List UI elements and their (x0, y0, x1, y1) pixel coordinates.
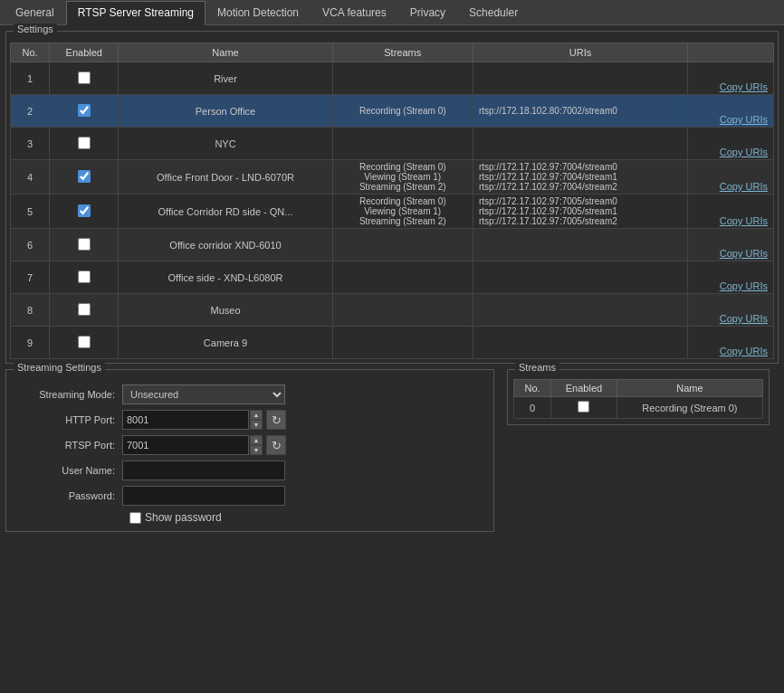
row-no: 9 (11, 327, 50, 359)
row-enabled-checkbox[interactable] (78, 238, 91, 251)
row-uris (473, 294, 687, 327)
streams-header-row: No. Enabled Name (514, 380, 763, 397)
table-row: 5Office Corridor RD side - QN...Recordin… (11, 195, 774, 229)
table-row: 4Office Front Door - LND-6070RRecording … (11, 160, 774, 195)
streams-row-enabled (551, 397, 617, 419)
show-password-checkbox[interactable] (129, 512, 141, 524)
row-copy-action: Copy URIs (688, 327, 774, 359)
tab-rtsp[interactable]: RTSP Server Streaming (66, 1, 206, 25)
col-streams: Streams (332, 43, 473, 62)
tab-scheduler[interactable]: Scheduler (457, 0, 530, 24)
row-enabled-checkbox[interactable] (78, 303, 91, 316)
tab-motion-detection[interactable]: Motion Detection (206, 0, 311, 24)
main-table: No. Enabled Name Streams URIs 1RiverCopy… (10, 43, 774, 359)
http-port-down-btn[interactable]: ▼ (250, 420, 263, 430)
row-copy-action: Copy URIs (688, 229, 774, 261)
streaming-mode-label: Streaming Mode: (14, 389, 122, 400)
password-input[interactable] (122, 486, 285, 506)
row-enabled (50, 128, 119, 160)
row-no: 4 (11, 160, 50, 195)
row-enabled (50, 261, 119, 294)
settings-group-label: Settings (14, 24, 57, 34)
copy-uri-button[interactable]: Copy URIs (720, 81, 768, 92)
tab-privacy[interactable]: Privacy (398, 0, 457, 24)
copy-uri-button[interactable]: Copy URIs (720, 114, 768, 125)
user-name-row: User Name: (14, 460, 486, 480)
copy-uri-button[interactable]: Copy URIs (720, 248, 768, 259)
row-uris (473, 62, 687, 95)
copy-uri-button[interactable]: Copy URIs (720, 313, 768, 324)
rtsp-port-up-btn[interactable]: ▲ (250, 435, 263, 445)
streaming-mode-select[interactable]: Unsecured Secured (122, 384, 285, 404)
http-port-refresh-btn[interactable]: ↻ (266, 410, 286, 430)
row-enabled (50, 160, 119, 195)
row-streams (332, 229, 473, 261)
row-streams: Recording (Stream 0)Viewing (Stream 1)St… (332, 160, 473, 195)
row-copy-action: Copy URIs (688, 95, 774, 128)
copy-uri-button[interactable]: Copy URIs (720, 147, 768, 157)
streaming-settings-label: Streaming Settings (14, 362, 105, 373)
row-streams (332, 294, 473, 327)
rtsp-port-refresh-btn[interactable]: ↻ (266, 435, 286, 455)
rtsp-port-row: RTSP Port: ▲ ▼ ↻ (14, 435, 486, 455)
row-enabled-checkbox[interactable] (78, 170, 91, 183)
row-uris (473, 327, 687, 359)
table-header-row: No. Enabled Name Streams URIs (11, 43, 774, 62)
streams-row-no: 0 (514, 397, 551, 419)
row-no: 3 (11, 128, 50, 160)
row-copy-action: Copy URIs (688, 294, 774, 327)
http-port-up-btn[interactable]: ▲ (250, 410, 263, 420)
row-enabled (50, 195, 119, 229)
show-password-label: Show password (145, 511, 222, 524)
row-streams (332, 62, 473, 95)
row-enabled-checkbox[interactable] (78, 71, 91, 84)
row-uris (473, 229, 687, 261)
rtsp-port-down-btn[interactable]: ▼ (250, 445, 263, 455)
row-name: Office side - XND-L6080R (119, 261, 332, 294)
tab-vca-features[interactable]: VCA features (311, 0, 398, 24)
rtsp-port-spinner: ▲ ▼ ↻ (122, 435, 286, 455)
row-name: Museo (119, 294, 332, 327)
row-enabled (50, 327, 119, 359)
copy-uri-button[interactable]: Copy URIs (720, 346, 768, 356)
user-name-label: User Name: (14, 465, 122, 476)
table-row: 3NYCCopy URIs (11, 128, 774, 160)
bottom-section: Streaming Settings Streaming Mode: Unsec… (0, 369, 784, 532)
http-port-input[interactable] (122, 410, 249, 430)
col-uris: URIs (473, 43, 687, 62)
http-port-row: HTTP Port: ▲ ▼ ↻ (14, 410, 486, 430)
row-copy-action: Copy URIs (688, 195, 774, 229)
row-name: Camera 9 (119, 327, 332, 359)
streams-row-name: Recording (Stream 0) (617, 397, 762, 419)
http-port-spinner-btns: ▲ ▼ (250, 410, 263, 430)
http-port-label: HTTP Port: (14, 414, 122, 425)
row-enabled-checkbox[interactable] (78, 104, 91, 117)
rtsp-port-input[interactable] (122, 435, 249, 455)
row-enabled (50, 294, 119, 327)
col-no: No. (11, 43, 50, 62)
row-streams: Recording (Stream 0)Viewing (Stream 1)St… (332, 195, 473, 229)
row-no: 6 (11, 229, 50, 261)
streams-col-no: No. (514, 380, 551, 397)
copy-uri-button[interactable]: Copy URIs (720, 280, 768, 291)
row-name: River (119, 62, 332, 95)
copy-uri-button[interactable]: Copy URIs (720, 215, 768, 226)
streams-table: No. Enabled Name 0Recording (Stream 0) (513, 379, 763, 419)
rtsp-port-spinner-btns: ▲ ▼ (250, 435, 263, 455)
tab-general[interactable]: General (4, 0, 66, 24)
copy-uri-button[interactable]: Copy URIs (720, 181, 768, 192)
row-enabled-checkbox[interactable] (78, 271, 91, 283)
row-no: 7 (11, 261, 50, 294)
streams-row-enabled-checkbox[interactable] (578, 401, 589, 413)
row-enabled-checkbox[interactable] (78, 204, 91, 217)
user-name-input[interactable] (122, 460, 285, 480)
row-streams: Recording (Stream 0) (332, 95, 473, 128)
row-enabled-checkbox[interactable] (78, 137, 91, 149)
password-label: Password: (14, 490, 122, 501)
table-row: 1RiverCopy URIs (11, 62, 774, 95)
row-name: Person Office (119, 95, 332, 128)
streams-table-row: 0Recording (Stream 0) (514, 397, 763, 419)
col-name: Name (119, 43, 332, 62)
row-name: Office Front Door - LND-6070R (119, 160, 332, 195)
row-enabled-checkbox[interactable] (78, 336, 91, 348)
